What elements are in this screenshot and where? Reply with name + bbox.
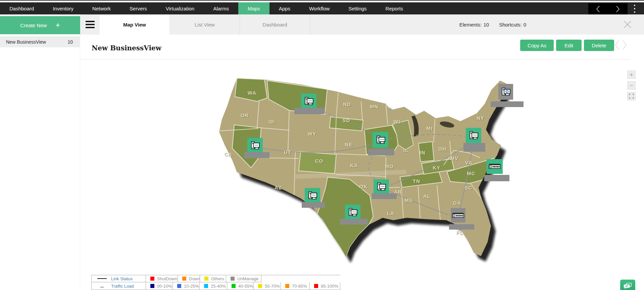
legend-item-55-70-: 55-70% [254,282,281,290]
device-label[interactable] [491,101,524,107]
legend-title-traffic-load: ↔Traffic Load [92,282,146,290]
fit-screen-button[interactable] [627,92,636,100]
state-label-sd: SD [343,117,350,123]
device-desktop-icon[interactable] [345,205,360,220]
state-label-mi: MI [427,126,433,131]
legend-item-label: Others [211,276,224,281]
legend-item-25-40-: 25-40% [200,282,227,290]
state-label-sc: SC [465,185,473,191]
legend-item-others: Others [200,275,226,282]
device-label[interactable] [294,108,325,114]
legend-item-label: UnManage [237,276,259,281]
map-states [211,72,524,274]
device-label[interactable] [340,219,368,225]
device-label[interactable] [463,143,485,152]
legend-swatch [182,277,186,281]
device-desktop-icon[interactable] [305,188,320,203]
legend-swatch [231,277,235,281]
device-label[interactable] [302,202,325,208]
us-map: WAORIDNDSDMNWIMINYWYNECOUTCAKSMOILINOHMV… [0,0,644,290]
device-desktop-icon[interactable] [301,94,316,109]
legend-title-link-status: Link Status [92,275,146,282]
state-label-mv: MV [450,155,459,161]
device-desktop-windows-icon[interactable] [498,84,513,100]
state-label-co: CO [315,158,324,164]
state-label-oh: OH [438,146,447,152]
legend-swatch [314,284,318,288]
device-desktop-icon[interactable] [247,138,263,153]
legend-item-down: Down [178,275,200,282]
traffic-arrow-icon: ↔ [95,283,109,289]
state-label-ms: MS [405,197,413,203]
state-label-ga: GA [453,200,461,206]
state-label-mn: MN [370,104,378,109]
fit-screen-icon [629,94,634,99]
legend-swatch [177,284,181,288]
state-label-az: AZ [275,185,282,190]
state-label-al: AL [423,193,431,199]
legend-swatch [204,277,208,281]
legend-swatch [285,284,289,288]
app-screen: DashboardInventoryNetworkServersVirtuali… [0,0,644,290]
device-label[interactable] [484,175,509,181]
chat-bubbles-icon [624,283,632,290]
device-desktop-icon[interactable] [373,132,388,148]
state-label-ne: NE [345,142,353,147]
state-label-ut: UT [284,149,291,155]
legend-item-shutdown: ShutDown [146,275,178,282]
state-label-nd: ND [343,101,351,107]
zoom-out-button[interactable]: − [627,81,636,90]
legend-item-label: Down [189,276,200,281]
device-label[interactable] [372,193,397,199]
state-label-fl: FL [456,230,463,236]
state-label-id: ID [269,119,275,125]
state-label-wi: WI [394,119,400,125]
state-label-tn: TN [413,178,420,184]
device-desktop-icon[interactable] [466,128,481,143]
legend-item-label: 25-40% [211,284,226,289]
legend-item-label: ShutDown [157,276,177,281]
device-label[interactable] [244,152,269,158]
legend-item-85-100-: 85-100% [310,282,340,290]
legend-item-label: 55-70% [265,284,280,289]
legend-item-label: 40-55% [238,284,253,289]
state-label-va: VA [465,160,473,165]
legend-swatch [258,284,262,288]
legend-swatch [232,284,236,288]
map-zoom-controls: + − [627,70,636,100]
legend-item-label: 10-25% [184,284,199,289]
legend-item-00-10-: 00-10% [146,282,173,290]
state-label-wy: WY [308,131,316,137]
legend-title-label: Traffic Load [111,284,134,289]
state-label-mc: MC [467,171,475,176]
state-label-il: IL [403,147,408,153]
link-line-icon [95,278,109,279]
legend-item-unmanage: UnManage [226,275,261,282]
legend-item-40-55-: 40-55% [227,282,254,290]
map-legend: Link StatusShutDownDownOthersUnManage↔Tr… [91,275,340,290]
legend-row-link-status: Link StatusShutDownDownOthersUnManage [92,275,340,282]
state-label-la: LA [387,210,394,216]
chat-button[interactable] [620,280,635,290]
device-switch-icon[interactable] [487,159,503,174]
legend-item-label: 85-100% [321,284,338,289]
device-desktop-icon[interactable] [374,179,389,195]
legend-swatch [150,277,154,281]
legend-title-label: Link Status [111,276,133,281]
state-label-wa: WA [248,90,256,96]
legend-item-70-85-: 70-85% [281,282,310,290]
zoom-in-button[interactable]: + [627,70,636,79]
state-label-in: IN [420,150,426,155]
legend-item-label: 70-85% [292,284,307,289]
device-switch-icon[interactable] [451,208,465,223]
state-label-ca: CA [224,151,232,157]
legend-item-label: 00-10% [157,284,172,289]
state-label-ok: OK [359,184,368,189]
device-label[interactable] [449,224,474,230]
legend-swatch [150,284,154,288]
device-label[interactable] [368,149,394,155]
legend-item-10-25-: 10-25% [173,282,200,290]
state-label-ny: NY [477,115,485,121]
legend-row-traffic-load: ↔Traffic Load00-10%10-25%25-40%40-55%55-… [92,282,340,290]
state-label-ky: KY [433,165,441,171]
